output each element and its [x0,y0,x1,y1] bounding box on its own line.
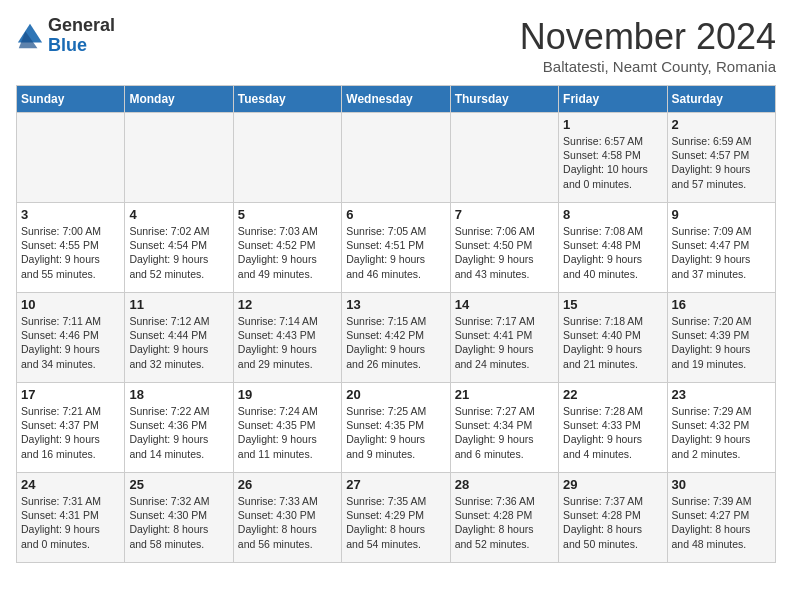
day-number: 14 [455,297,554,312]
calendar-cell: 11Sunrise: 7:12 AM Sunset: 4:44 PM Dayli… [125,293,233,383]
calendar-cell: 20Sunrise: 7:25 AM Sunset: 4:35 PM Dayli… [342,383,450,473]
weekday-header-monday: Monday [125,86,233,113]
day-info: Sunrise: 7:36 AM Sunset: 4:28 PM Dayligh… [455,494,554,551]
calendar-cell: 17Sunrise: 7:21 AM Sunset: 4:37 PM Dayli… [17,383,125,473]
day-info: Sunrise: 6:59 AM Sunset: 4:57 PM Dayligh… [672,134,771,191]
day-info: Sunrise: 7:37 AM Sunset: 4:28 PM Dayligh… [563,494,662,551]
day-number: 30 [672,477,771,492]
day-info: Sunrise: 7:12 AM Sunset: 4:44 PM Dayligh… [129,314,228,371]
calendar-cell: 12Sunrise: 7:14 AM Sunset: 4:43 PM Dayli… [233,293,341,383]
calendar-cell: 3Sunrise: 7:00 AM Sunset: 4:55 PM Daylig… [17,203,125,293]
calendar-cell: 4Sunrise: 7:02 AM Sunset: 4:54 PM Daylig… [125,203,233,293]
calendar-cell: 22Sunrise: 7:28 AM Sunset: 4:33 PM Dayli… [559,383,667,473]
calendar-cell [450,113,558,203]
weekday-header-tuesday: Tuesday [233,86,341,113]
location: Baltatesti, Neamt County, Romania [520,58,776,75]
day-number: 11 [129,297,228,312]
calendar-cell: 24Sunrise: 7:31 AM Sunset: 4:31 PM Dayli… [17,473,125,563]
day-number: 29 [563,477,662,492]
logo: General Blue [16,16,115,56]
calendar-cell: 10Sunrise: 7:11 AM Sunset: 4:46 PM Dayli… [17,293,125,383]
month-title: November 2024 [520,16,776,58]
calendar-cell: 27Sunrise: 7:35 AM Sunset: 4:29 PM Dayli… [342,473,450,563]
calendar-cell: 19Sunrise: 7:24 AM Sunset: 4:35 PM Dayli… [233,383,341,473]
day-number: 19 [238,387,337,402]
day-number: 15 [563,297,662,312]
day-info: Sunrise: 7:29 AM Sunset: 4:32 PM Dayligh… [672,404,771,461]
day-number: 8 [563,207,662,222]
day-info: Sunrise: 7:28 AM Sunset: 4:33 PM Dayligh… [563,404,662,461]
page-header: General Blue November 2024 Baltatesti, N… [16,16,776,75]
calendar-cell: 1Sunrise: 6:57 AM Sunset: 4:58 PM Daylig… [559,113,667,203]
day-info: Sunrise: 7:09 AM Sunset: 4:47 PM Dayligh… [672,224,771,281]
calendar-cell [17,113,125,203]
calendar-cell: 30Sunrise: 7:39 AM Sunset: 4:27 PM Dayli… [667,473,775,563]
day-number: 22 [563,387,662,402]
day-info: Sunrise: 7:39 AM Sunset: 4:27 PM Dayligh… [672,494,771,551]
day-info: Sunrise: 7:17 AM Sunset: 4:41 PM Dayligh… [455,314,554,371]
calendar-cell [233,113,341,203]
calendar-cell: 16Sunrise: 7:20 AM Sunset: 4:39 PM Dayli… [667,293,775,383]
day-number: 6 [346,207,445,222]
calendar-cell: 26Sunrise: 7:33 AM Sunset: 4:30 PM Dayli… [233,473,341,563]
day-info: Sunrise: 7:35 AM Sunset: 4:29 PM Dayligh… [346,494,445,551]
day-info: Sunrise: 7:05 AM Sunset: 4:51 PM Dayligh… [346,224,445,281]
calendar-cell: 18Sunrise: 7:22 AM Sunset: 4:36 PM Dayli… [125,383,233,473]
day-info: Sunrise: 7:25 AM Sunset: 4:35 PM Dayligh… [346,404,445,461]
day-number: 24 [21,477,120,492]
day-number: 23 [672,387,771,402]
day-number: 18 [129,387,228,402]
calendar-cell: 7Sunrise: 7:06 AM Sunset: 4:50 PM Daylig… [450,203,558,293]
day-number: 21 [455,387,554,402]
day-number: 1 [563,117,662,132]
calendar-cell: 14Sunrise: 7:17 AM Sunset: 4:41 PM Dayli… [450,293,558,383]
day-number: 12 [238,297,337,312]
day-info: Sunrise: 7:14 AM Sunset: 4:43 PM Dayligh… [238,314,337,371]
calendar-body: 1Sunrise: 6:57 AM Sunset: 4:58 PM Daylig… [17,113,776,563]
day-info: Sunrise: 7:21 AM Sunset: 4:37 PM Dayligh… [21,404,120,461]
day-number: 10 [21,297,120,312]
calendar-week-5: 24Sunrise: 7:31 AM Sunset: 4:31 PM Dayli… [17,473,776,563]
weekday-row: SundayMondayTuesdayWednesdayThursdayFrid… [17,86,776,113]
calendar-cell: 9Sunrise: 7:09 AM Sunset: 4:47 PM Daylig… [667,203,775,293]
day-info: Sunrise: 7:18 AM Sunset: 4:40 PM Dayligh… [563,314,662,371]
day-info: Sunrise: 7:22 AM Sunset: 4:36 PM Dayligh… [129,404,228,461]
day-number: 20 [346,387,445,402]
logo-text: General Blue [48,16,115,56]
day-number: 4 [129,207,228,222]
weekday-header-sunday: Sunday [17,86,125,113]
weekday-header-friday: Friday [559,86,667,113]
day-info: Sunrise: 7:27 AM Sunset: 4:34 PM Dayligh… [455,404,554,461]
calendar-week-2: 3Sunrise: 7:00 AM Sunset: 4:55 PM Daylig… [17,203,776,293]
calendar-cell: 5Sunrise: 7:03 AM Sunset: 4:52 PM Daylig… [233,203,341,293]
calendar-cell [125,113,233,203]
day-info: Sunrise: 7:32 AM Sunset: 4:30 PM Dayligh… [129,494,228,551]
day-number: 3 [21,207,120,222]
logo-icon [16,22,44,50]
calendar-cell: 6Sunrise: 7:05 AM Sunset: 4:51 PM Daylig… [342,203,450,293]
calendar-cell: 15Sunrise: 7:18 AM Sunset: 4:40 PM Dayli… [559,293,667,383]
day-number: 13 [346,297,445,312]
day-info: Sunrise: 7:15 AM Sunset: 4:42 PM Dayligh… [346,314,445,371]
weekday-header-saturday: Saturday [667,86,775,113]
calendar-cell: 2Sunrise: 6:59 AM Sunset: 4:57 PM Daylig… [667,113,775,203]
day-number: 28 [455,477,554,492]
day-info: Sunrise: 7:20 AM Sunset: 4:39 PM Dayligh… [672,314,771,371]
day-number: 17 [21,387,120,402]
day-info: Sunrise: 7:11 AM Sunset: 4:46 PM Dayligh… [21,314,120,371]
day-info: Sunrise: 7:24 AM Sunset: 4:35 PM Dayligh… [238,404,337,461]
calendar-cell: 13Sunrise: 7:15 AM Sunset: 4:42 PM Dayli… [342,293,450,383]
day-number: 27 [346,477,445,492]
calendar-week-4: 17Sunrise: 7:21 AM Sunset: 4:37 PM Dayli… [17,383,776,473]
day-info: Sunrise: 7:08 AM Sunset: 4:48 PM Dayligh… [563,224,662,281]
day-number: 25 [129,477,228,492]
calendar-cell: 23Sunrise: 7:29 AM Sunset: 4:32 PM Dayli… [667,383,775,473]
calendar-cell [342,113,450,203]
calendar-cell: 25Sunrise: 7:32 AM Sunset: 4:30 PM Dayli… [125,473,233,563]
day-info: Sunrise: 7:00 AM Sunset: 4:55 PM Dayligh… [21,224,120,281]
day-info: Sunrise: 7:31 AM Sunset: 4:31 PM Dayligh… [21,494,120,551]
day-info: Sunrise: 7:06 AM Sunset: 4:50 PM Dayligh… [455,224,554,281]
calendar-cell: 29Sunrise: 7:37 AM Sunset: 4:28 PM Dayli… [559,473,667,563]
calendar-cell: 28Sunrise: 7:36 AM Sunset: 4:28 PM Dayli… [450,473,558,563]
weekday-header-thursday: Thursday [450,86,558,113]
